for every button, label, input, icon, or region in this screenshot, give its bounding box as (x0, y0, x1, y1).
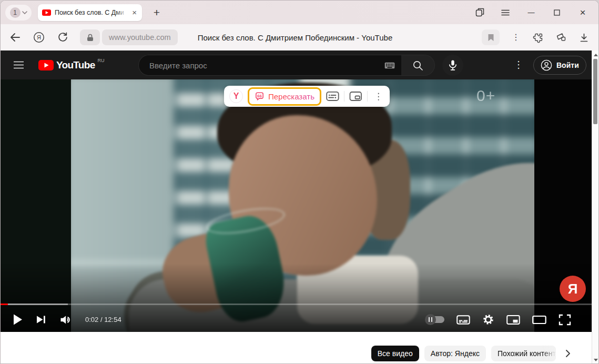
chips-scroll-right-icon[interactable] (565, 349, 571, 358)
chip-all-videos[interactable]: Все видео (371, 346, 419, 361)
site-security-badge[interactable] (80, 29, 100, 45)
captions-icon[interactable] (456, 315, 470, 325)
player-controls: 0:02 / 12:54 (1, 307, 593, 332)
theater-mode-icon[interactable] (532, 315, 546, 325)
virtual-keyboard-icon[interactable] (384, 62, 395, 69)
refresh-icon[interactable] (56, 31, 69, 44)
player-controls-right (425, 314, 571, 326)
browser-window: 1 Поиск без слов. С Дми × + — (0, 0, 599, 364)
tab-list-button[interactable]: 1 (5, 5, 32, 21)
voice-search-button[interactable] (442, 55, 463, 76)
account-icon (541, 59, 552, 71)
toolbar-kebab-icon[interactable]: ⋮ (372, 92, 384, 101)
tab-count-badge: 1 (10, 7, 21, 18)
quote-bubble-icon: 66 (255, 92, 265, 102)
browser-menu-icon[interactable] (500, 7, 511, 18)
microphone-icon (448, 59, 458, 71)
seek-bar[interactable] (1, 304, 593, 305)
youtube-favicon (42, 9, 51, 16)
video-player[interactable]: 0+ Y 66 Пересказать (1, 79, 598, 332)
autoplay-toggle[interactable] (425, 316, 444, 323)
lock-icon (87, 34, 94, 42)
time-display: 0:02 / 12:54 (85, 316, 121, 323)
filter-chips: Все видео Автор: Яндекс Похожий контент (371, 346, 571, 361)
settings-gear-icon[interactable] (482, 314, 494, 326)
toolbar-divider (367, 91, 368, 102)
svg-text:Я: Я (37, 34, 41, 41)
svg-text:66: 66 (257, 94, 262, 98)
seek-buffered (1, 304, 68, 305)
yandex-browser-logo[interactable]: Y (229, 89, 243, 103)
chevron-down-icon (22, 11, 27, 14)
downloads-icon[interactable] (579, 33, 589, 43)
youtube-header: YouTube RU (1, 50, 598, 79)
guide-hamburger-icon[interactable] (13, 61, 24, 69)
autoplay-knob-pause-icon (425, 314, 436, 325)
chip-author[interactable]: Автор: Яндекс (424, 346, 486, 361)
maximize-button[interactable] (552, 7, 562, 18)
youtube-page: YouTube RU (1, 50, 598, 364)
close-button[interactable]: × (577, 7, 588, 18)
below-player-area: Все видео Автор: Яндекс Похожий контент (1, 332, 598, 364)
minimize-button[interactable]: — (526, 7, 536, 18)
yandex-extension-icon[interactable] (555, 32, 567, 43)
youtube-settings-kebab-icon[interactable]: ⋮ (511, 59, 526, 70)
video-subtitles-icon[interactable] (326, 91, 339, 102)
sign-in-button[interactable]: Войти (533, 56, 586, 75)
miniplayer-icon[interactable] (506, 315, 520, 325)
address-bar-actions: ⋮ (482, 29, 590, 45)
yandex-video-toolbar: Y 66 Пересказать ⋮ (224, 86, 390, 107)
scroll-down-icon[interactable] (594, 359, 598, 361)
seek-played (1, 304, 8, 305)
youtube-logo[interactable]: YouTube RU (38, 60, 105, 70)
chip-similar-content[interactable]: Похожий контент (491, 346, 556, 361)
tab-close-icon[interactable]: × (131, 7, 138, 17)
url-display[interactable]: www.youtube.com (102, 29, 178, 45)
page-title: Поиск без слов. С Дмитрием Побединским -… (198, 33, 393, 42)
next-button[interactable] (36, 315, 46, 325)
search-bar (138, 55, 435, 76)
new-tab-button[interactable]: + (149, 5, 164, 20)
seek-track (1, 304, 593, 305)
search-input-area (138, 55, 401, 76)
logo-region-label: RU (98, 58, 105, 63)
page-actions-kebab-icon[interactable]: ⋮ (512, 33, 520, 42)
video-popup-window-icon[interactable] (349, 91, 362, 102)
address-bar: Я www.youtube.com Поиск без слов. С Дмит… (1, 24, 598, 50)
play-button[interactable] (13, 314, 23, 325)
active-tab[interactable]: Поиск без слов. С Дми × (38, 4, 142, 21)
scroll-up-icon[interactable] (594, 54, 598, 56)
side-panel-icon[interactable] (474, 7, 485, 18)
extensions-puzzle-icon[interactable] (532, 32, 543, 43)
search-icon (412, 60, 423, 71)
volume-icon[interactable] (60, 315, 73, 325)
summarize-button-highlighted[interactable]: 66 Пересказать (248, 87, 321, 106)
yandex-assistant-button[interactable]: Я (560, 276, 586, 302)
youtube-play-icon (38, 60, 54, 70)
bookmark-icon[interactable] (482, 29, 500, 45)
tab-title: Поиск без слов. С Дми (55, 9, 127, 16)
window-controls: — × (474, 7, 598, 18)
age-rating-label: 0+ (476, 87, 495, 105)
tab-strip: 1 Поиск без слов. С Дми × + — (1, 1, 598, 24)
fullscreen-icon[interactable] (559, 314, 571, 326)
page-scrollbar[interactable] (592, 50, 598, 364)
search-button[interactable] (401, 55, 435, 76)
toolbar-divider (344, 91, 344, 102)
scrollbar-thumb[interactable] (593, 59, 597, 124)
search-input[interactable] (148, 60, 384, 70)
yandex-services-icon[interactable]: Я (33, 31, 45, 44)
back-icon[interactable] (9, 31, 22, 44)
